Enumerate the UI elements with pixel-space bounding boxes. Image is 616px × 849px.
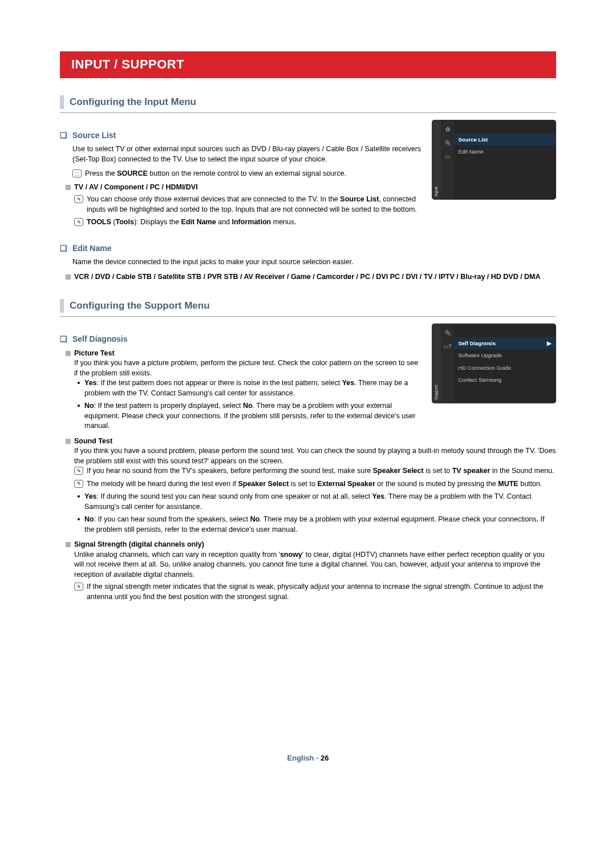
- device-names: VCR / DVD / Cable STB / Satellite STB / …: [74, 272, 556, 282]
- bullet: [78, 405, 80, 407]
- plug-icon: 🔌: [444, 139, 451, 147]
- bullet: [78, 495, 80, 498]
- note-icon: ✎: [74, 480, 83, 488]
- sound-yes: Yes: If during the sound test you can he…: [84, 492, 556, 512]
- square-bullet: [66, 351, 71, 356]
- menu-row: Self Diagnosis▶: [454, 337, 557, 349]
- edit-name-desc: Name the device connected to the input j…: [60, 257, 556, 268]
- section-heading-support: Configuring the Support Menu: [60, 299, 556, 313]
- sub-heading-source-list: Source List: [60, 130, 422, 142]
- sound-test-h: Sound Test: [74, 436, 556, 447]
- menu-screenshot-input: Input ✿ 🔌 ▭ Source List Edit Name: [432, 120, 556, 200]
- source-list-desc: Use to select TV or other external input…: [60, 144, 422, 164]
- note-tools: TOOLS (Tools): Displays the Edit Name an…: [87, 217, 297, 228]
- square-bullet: [66, 439, 71, 444]
- square-bullet: [66, 542, 71, 547]
- square-bullet: [66, 274, 71, 280]
- plug-icon: 🔌: [444, 329, 451, 337]
- box-icon: ▭: [445, 153, 450, 161]
- divider: [60, 316, 556, 317]
- menu-row: Edit Name: [454, 145, 557, 157]
- signal-desc: Unlike analog channels, which can vary i…: [74, 550, 556, 580]
- bullet: [78, 518, 80, 520]
- divider: [60, 112, 556, 113]
- note-icon: ✎: [74, 218, 83, 226]
- sub-heading-edit-name: Edit Name: [60, 243, 556, 254]
- gear-icon: ✿: [445, 126, 450, 134]
- note-icon: ✎: [74, 195, 83, 203]
- input-types: TV / AV / Component / PC / HDMI/DVI: [74, 183, 422, 193]
- page-footer: English - 26: [60, 753, 556, 763]
- sound-note2: The melody will be heard during the test…: [87, 479, 542, 490]
- sound-test-desc: If you think you have a sound problem, p…: [74, 446, 556, 466]
- picture-test-h: Picture Test: [74, 349, 422, 359]
- help-icon: ▭?: [443, 343, 452, 351]
- square-bullet: [66, 185, 71, 190]
- picture-test-desc: If you think you have a picture problem,…: [74, 358, 422, 378]
- menu-screenshot-support: Support 🔌 ▭? Self Diagnosis▶ Software Up…: [432, 324, 556, 403]
- bullet: [78, 382, 80, 384]
- chevron-right-icon: ▶: [547, 339, 552, 347]
- menu-row: HD Connection Guide: [454, 362, 557, 374]
- sound-no: No: If you can hear sound from the speak…: [84, 515, 556, 535]
- note-icon: ✎: [74, 467, 83, 475]
- signal-note: If the signal strength meter indicates t…: [87, 582, 556, 602]
- section-heading-input: Configuring the Input Menu: [60, 95, 556, 109]
- menu-row: Software Upgrade: [454, 349, 557, 361]
- remote-text: Press the SOURCE button on the remote co…: [85, 169, 346, 179]
- picture-no: No: If the test pattern is properly disp…: [84, 401, 422, 431]
- note-source-list: You can choose only those external devic…: [87, 195, 422, 215]
- note-icon: ✎: [74, 583, 83, 591]
- remote-icon: ⬚: [72, 169, 82, 177]
- sound-note1: If you hear no sound from the TV's speak…: [87, 466, 554, 476]
- chapter-banner: INPUT / SUPPORT: [60, 51, 556, 78]
- menu-row: Source List: [454, 134, 557, 145]
- sub-heading-self-diag: Self Diagnosis: [60, 334, 422, 345]
- menu-row: Contact Samsung: [454, 374, 557, 386]
- signal-h: Signal Strength (digital channels only): [74, 540, 556, 550]
- picture-yes: Yes: If the test pattern does not appear…: [84, 378, 422, 398]
